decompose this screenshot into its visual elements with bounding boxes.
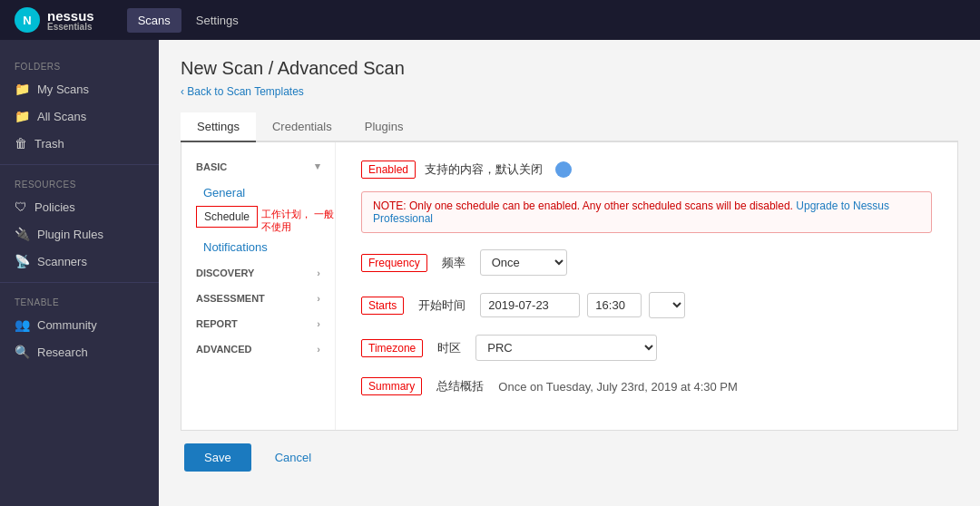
advanced-label: ADVANCED bbox=[196, 344, 252, 355]
folder-icon: 📁 bbox=[15, 82, 30, 96]
discovery-chevron-icon: › bbox=[317, 268, 320, 278]
trash-icon: 🗑 bbox=[15, 136, 27, 151]
timezone-select[interactable]: PRC UTC US/Eastern bbox=[475, 335, 657, 361]
my-scans-label: My Scans bbox=[37, 83, 89, 96]
panel-left-nav: BASIC ▾ General Schedule 工作计划， 一般不使用 Not… bbox=[181, 142, 336, 430]
scanners-label: Scanners bbox=[37, 255, 87, 268]
logo-sub: Essentials bbox=[47, 22, 94, 32]
frequency-row: Frequency 频率 Once Daily Weekly Monthly bbox=[361, 249, 932, 276]
policies-label: Policies bbox=[34, 200, 75, 214]
page-title: New Scan / Advanced Scan bbox=[181, 58, 958, 79]
sidebar-item-my-scans[interactable]: 📁 My Scans bbox=[0, 75, 159, 102]
all-scans-label: All Scans bbox=[37, 110, 86, 123]
enabled-badge: Enabled bbox=[361, 161, 416, 179]
summary-label-cn: 总结概括 bbox=[436, 378, 484, 394]
content-panel: BASIC ▾ General Schedule 工作计划， 一般不使用 Not… bbox=[181, 142, 958, 431]
frequency-label-cn: 频率 bbox=[442, 255, 466, 271]
folder-icon-2: 📁 bbox=[15, 109, 30, 123]
note-text: NOTE: Only one schedule can be enabled. … bbox=[373, 199, 793, 212]
enabled-row: Enabled 支持的内容，默认关闭 bbox=[361, 161, 932, 179]
timezone-label-cn: 时区 bbox=[437, 340, 461, 356]
scanner-icon: 📡 bbox=[15, 254, 30, 268]
starts-row: Starts 开始时间 ▾ bbox=[361, 292, 932, 318]
sidebar-item-all-scans[interactable]: 📁 All Scans bbox=[0, 102, 159, 130]
sub-schedule[interactable]: Schedule bbox=[196, 206, 258, 228]
starts-date-input[interactable] bbox=[480, 293, 580, 317]
sidebar-item-research[interactable]: 🔍 Research bbox=[0, 338, 159, 365]
research-label: Research bbox=[37, 345, 88, 359]
section-assessment[interactable]: ASSESSMENT › bbox=[181, 286, 335, 311]
toggle-button[interactable] bbox=[555, 161, 572, 178]
enabled-desc: 支持的内容，默认关闭 bbox=[425, 161, 543, 178]
main-content: New Scan / Advanced Scan ‹ Back to Scan … bbox=[159, 40, 980, 506]
timezone-control: PRC UTC US/Eastern bbox=[475, 335, 657, 361]
plugin-rules-label: Plugin Rules bbox=[37, 228, 103, 241]
sidebar-item-community[interactable]: 👥 Community bbox=[0, 311, 159, 338]
cancel-button[interactable]: Cancel bbox=[262, 443, 324, 472]
summary-row: Summary 总结概括 Once on Tuesday, July 23rd,… bbox=[361, 377, 932, 395]
top-nav: N nessus Essentials Scans Settings bbox=[0, 0, 980, 40]
resources-label: RESOURCES bbox=[0, 172, 159, 193]
starts-control: ▾ bbox=[480, 292, 685, 318]
sidebar-item-policies[interactable]: 🛡 Policies bbox=[0, 193, 159, 220]
report-label: REPORT bbox=[196, 318, 238, 329]
sidebar: FOLDERS 📁 My Scans 📁 All Scans 🗑 Trash R… bbox=[0, 40, 159, 506]
save-button[interactable]: Save bbox=[184, 443, 251, 472]
action-buttons: Save Cancel bbox=[184, 431, 958, 479]
logo-icon: N bbox=[15, 7, 40, 33]
basic-chevron-icon: ▾ bbox=[315, 161, 320, 172]
sidebar-item-trash[interactable]: 🗑 Trash bbox=[0, 130, 159, 157]
starts-label-cn: 开始时间 bbox=[418, 297, 466, 314]
assessment-chevron-icon: › bbox=[317, 293, 320, 304]
summary-label: Summary bbox=[361, 377, 422, 395]
sidebar-item-plugin-rules[interactable]: 🔌 Plugin Rules bbox=[0, 220, 159, 248]
tenable-label: TENABLE bbox=[0, 290, 159, 311]
tabs: Settings Credentials Plugins bbox=[181, 112, 958, 142]
tab-plugins[interactable]: Plugins bbox=[348, 112, 420, 142]
summary-value: Once on Tuesday, July 23rd, 2019 at 4:30… bbox=[498, 380, 738, 394]
plugin-icon: 🔌 bbox=[15, 227, 30, 241]
basic-label: BASIC bbox=[196, 161, 227, 172]
nav-link-settings[interactable]: Settings bbox=[185, 8, 250, 33]
folders-label: FOLDERS bbox=[0, 54, 159, 75]
top-nav-links: Scans Settings bbox=[127, 8, 250, 33]
back-link[interactable]: ‹ Back to Scan Templates bbox=[181, 85, 304, 98]
starts-time-input[interactable] bbox=[587, 293, 642, 317]
section-report[interactable]: REPORT › bbox=[181, 311, 335, 336]
discovery-label: DISCOVERY bbox=[196, 268, 254, 278]
trash-label: Trash bbox=[34, 137, 64, 151]
timezone-label: Timezone bbox=[361, 339, 423, 357]
community-icon: 👥 bbox=[15, 317, 30, 332]
assessment-label: ASSESSMENT bbox=[196, 293, 265, 304]
report-chevron-icon: › bbox=[317, 318, 320, 329]
nav-link-scans[interactable]: Scans bbox=[127, 8, 181, 33]
timezone-row: Timezone 时区 PRC UTC US/Eastern bbox=[361, 335, 932, 361]
research-icon: 🔍 bbox=[15, 345, 30, 359]
sub-notifications[interactable]: Notifications bbox=[181, 234, 335, 260]
section-advanced[interactable]: ADVANCED › bbox=[181, 336, 335, 362]
breadcrumb: ‹ Back to Scan Templates bbox=[181, 84, 958, 98]
frequency-control: Once Daily Weekly Monthly bbox=[480, 249, 567, 276]
shield-icon: 🛡 bbox=[15, 199, 27, 214]
advanced-chevron-icon: › bbox=[317, 344, 320, 355]
panel-right-content: Enabled 支持的内容，默认关闭 NOTE: Only one schedu… bbox=[336, 142, 957, 430]
community-label: Community bbox=[37, 318, 97, 332]
tab-credentials[interactable]: Credentials bbox=[256, 112, 348, 142]
sub-general[interactable]: General bbox=[181, 180, 335, 206]
logo: N nessus Essentials bbox=[15, 7, 94, 33]
section-discovery[interactable]: DISCOVERY › bbox=[181, 260, 335, 286]
sidebar-item-scanners[interactable]: 📡 Scanners bbox=[0, 248, 159, 275]
schedule-note-cn: 工作计划， 一般不使用 bbox=[261, 208, 335, 234]
frequency-select[interactable]: Once Daily Weekly Monthly bbox=[480, 249, 567, 276]
tab-settings[interactable]: Settings bbox=[181, 112, 256, 142]
frequency-label: Frequency bbox=[361, 254, 427, 272]
schedule-note: NOTE: Only one schedule can be enabled. … bbox=[361, 191, 932, 233]
starts-ampm-select[interactable]: ▾ bbox=[649, 292, 685, 318]
section-basic[interactable]: BASIC ▾ bbox=[181, 153, 335, 180]
starts-label: Starts bbox=[361, 297, 404, 315]
